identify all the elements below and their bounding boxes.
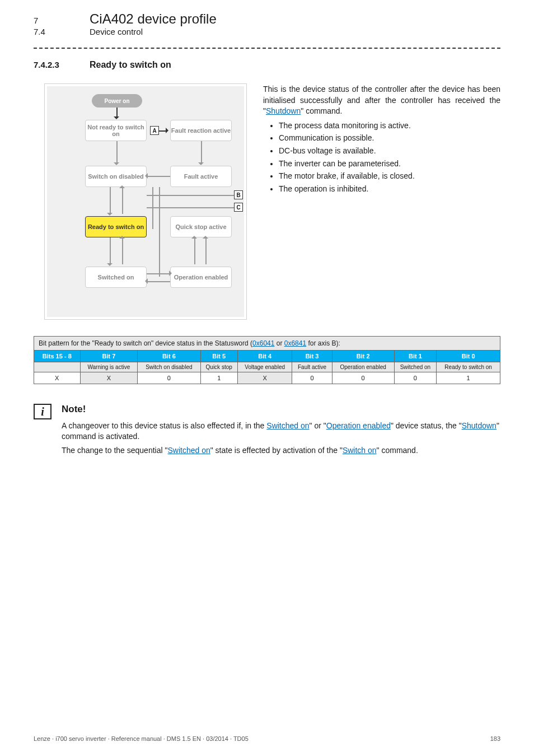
- list-item: The process data monitoring is active.: [279, 120, 500, 132]
- state-fault-active: Fault active: [170, 166, 232, 187]
- table-cell: Voltage enabled: [237, 362, 292, 372]
- table-header: Bit 3: [292, 351, 332, 362]
- state-diagram: Power on Not ready to switch on Fault re…: [45, 84, 246, 319]
- description-bullets: The process data monitoring is active. C…: [263, 120, 500, 195]
- list-item: Communication is possible.: [279, 133, 500, 144]
- subsection-number: 7.4.2.3: [34, 60, 90, 69]
- table-cell: X: [237, 372, 292, 384]
- table-cell: Switched on: [394, 362, 437, 372]
- table-cell: 0: [332, 372, 394, 384]
- chapter-number: 7: [34, 16, 90, 25]
- state-power-on: Power on: [92, 94, 142, 108]
- table-cell: Warning is active: [80, 362, 138, 372]
- table-header: Bit 2: [332, 351, 394, 362]
- table-header: Bit 6: [138, 351, 200, 362]
- table-cell: 0: [394, 372, 437, 384]
- table-cell: Operation enabled: [332, 362, 394, 372]
- link-0x6041[interactable]: 0x6041: [252, 339, 274, 347]
- info-icon: [34, 404, 51, 419]
- link-operation-enabled[interactable]: Operation enabled: [326, 421, 391, 430]
- table-cell: [34, 362, 81, 372]
- description-intro: This is the device status of the control…: [263, 84, 500, 117]
- table-caption: Bit pattern for the "Ready to switch on"…: [34, 337, 500, 351]
- state-ready-to-switch-on: Ready to switch on: [85, 216, 147, 237]
- table-header: Bit 0: [437, 351, 500, 362]
- table-cell: Quick stop: [200, 362, 237, 372]
- footer-text: Lenze · i700 servo inverter · Reference …: [34, 735, 249, 742]
- list-item: The motor brake, if available, is closed…: [279, 171, 500, 182]
- table-cell: Switch on disabled: [138, 362, 200, 372]
- table-header: Bit 4: [237, 351, 292, 362]
- link-shutdown[interactable]: Shutdown: [266, 106, 301, 115]
- table-header: Bit 5: [200, 351, 237, 362]
- table-header: Bit 1: [394, 351, 437, 362]
- table-cell: 1: [200, 372, 237, 384]
- tag-b: B: [234, 190, 243, 199]
- list-item: The inverter can be parameterised.: [279, 158, 500, 170]
- state-operation-enabled: Operation enabled: [170, 267, 232, 288]
- table-cell: 0: [292, 372, 332, 384]
- separator: [34, 48, 500, 49]
- list-item: The operation is inhibited.: [279, 184, 500, 195]
- section-number: 7.4: [34, 27, 90, 36]
- state-fault-reaction: Fault reaction active: [170, 120, 232, 141]
- link-switch-on[interactable]: Switch on: [343, 446, 377, 455]
- table-cell: Fault active: [292, 362, 332, 372]
- tag-a: A: [150, 126, 159, 135]
- note-paragraph: A changeover to this device status is al…: [62, 421, 500, 442]
- table-cell: 1: [437, 372, 500, 384]
- table-cell: Ready to switch on: [437, 362, 500, 372]
- link-switched-on[interactable]: Switched on: [266, 421, 309, 430]
- note-paragraph: The change to the sequential "Switched o…: [62, 445, 500, 456]
- state-switched-on: Switched on: [85, 267, 147, 288]
- link-0x6841[interactable]: 0x6841: [284, 339, 306, 347]
- note-title: Note!: [62, 404, 500, 415]
- table-cell: 0: [138, 372, 200, 384]
- table-cell: X: [34, 372, 81, 384]
- table-header: Bit 7: [80, 351, 138, 362]
- state-quick-stop-active: Quick stop active: [170, 216, 232, 237]
- subsection-title: Ready to switch on: [90, 60, 171, 70]
- page-number: 183: [490, 735, 500, 742]
- list-item: DC-bus voltage is available.: [279, 146, 500, 157]
- state-not-ready: Not ready to switch on: [85, 120, 147, 141]
- tag-c: C: [234, 203, 243, 212]
- table-cell: X: [80, 372, 138, 384]
- bit-pattern-table: Bit pattern for the "Ready to switch on"…: [34, 336, 500, 384]
- chapter-title: CiA402 device profile: [90, 11, 217, 27]
- table-header: Bits 15 - 8: [34, 351, 81, 362]
- link-switched-on[interactable]: Switched on: [167, 446, 210, 455]
- section-title: Device control: [90, 27, 143, 36]
- link-shutdown[interactable]: Shutdown: [462, 421, 496, 430]
- state-switch-on-disabled: Switch on disabled: [85, 166, 147, 187]
